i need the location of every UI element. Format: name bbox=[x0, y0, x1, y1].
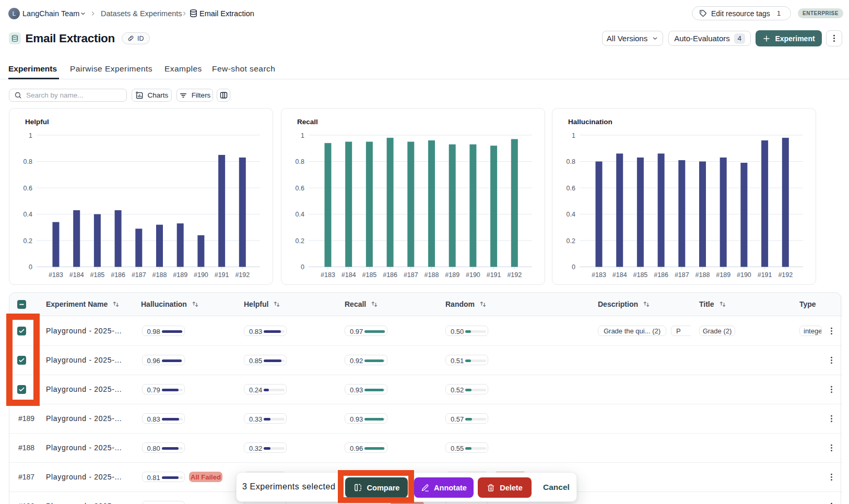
svg-text:1: 1 bbox=[29, 132, 32, 139]
svg-text:#189: #189 bbox=[173, 271, 187, 279]
svg-text:#190: #190 bbox=[194, 271, 208, 279]
svg-text:#188: #188 bbox=[152, 271, 167, 279]
svg-text:0.6: 0.6 bbox=[296, 185, 304, 192]
svg-text:#184: #184 bbox=[612, 271, 627, 279]
svg-text:0.2: 0.2 bbox=[567, 237, 575, 245]
svg-text:#184: #184 bbox=[341, 271, 356, 279]
svg-text:#188: #188 bbox=[695, 271, 710, 279]
svg-text:0.8: 0.8 bbox=[23, 158, 32, 165]
svg-text:0.8: 0.8 bbox=[296, 158, 304, 165]
svg-text:1: 1 bbox=[572, 132, 575, 139]
svg-text:#185: #185 bbox=[90, 271, 104, 279]
svg-text:0.4: 0.4 bbox=[23, 211, 32, 218]
svg-text:#183: #183 bbox=[321, 271, 335, 279]
svg-text:0: 0 bbox=[29, 263, 32, 271]
svg-text:1: 1 bbox=[301, 132, 304, 139]
svg-text:Helpful: Helpful bbox=[25, 118, 49, 126]
svg-text:#183: #183 bbox=[49, 271, 63, 279]
svg-text:#185: #185 bbox=[362, 271, 376, 279]
svg-text:#183: #183 bbox=[592, 271, 606, 279]
svg-text:#191: #191 bbox=[487, 271, 501, 279]
svg-text:#186: #186 bbox=[111, 271, 125, 279]
svg-text:#192: #192 bbox=[778, 271, 793, 279]
svg-text:0.6: 0.6 bbox=[567, 185, 575, 192]
svg-text:Recall: Recall bbox=[297, 118, 318, 126]
svg-text:0: 0 bbox=[572, 263, 575, 271]
svg-text:#192: #192 bbox=[235, 271, 250, 279]
svg-text:#191: #191 bbox=[215, 271, 229, 279]
svg-text:#184: #184 bbox=[69, 271, 84, 279]
svg-text:#188: #188 bbox=[424, 271, 439, 279]
svg-text:#192: #192 bbox=[507, 271, 522, 279]
svg-text:Hallucination: Hallucination bbox=[568, 118, 612, 126]
svg-text:#186: #186 bbox=[383, 271, 397, 279]
svg-text:#189: #189 bbox=[716, 271, 730, 279]
svg-text:#187: #187 bbox=[675, 271, 689, 279]
svg-text:0.8: 0.8 bbox=[567, 158, 575, 165]
svg-text:#186: #186 bbox=[654, 271, 668, 279]
svg-text:0.4: 0.4 bbox=[296, 211, 304, 218]
svg-text:#185: #185 bbox=[633, 271, 647, 279]
svg-text:0: 0 bbox=[301, 263, 304, 271]
svg-text:#187: #187 bbox=[132, 271, 146, 279]
svg-text:0.6: 0.6 bbox=[23, 185, 32, 192]
svg-text:0.2: 0.2 bbox=[23, 237, 32, 245]
svg-text:#190: #190 bbox=[737, 271, 751, 279]
svg-text:#191: #191 bbox=[758, 271, 772, 279]
svg-text:0.2: 0.2 bbox=[296, 237, 304, 245]
svg-text:#187: #187 bbox=[404, 271, 418, 279]
svg-text:#189: #189 bbox=[445, 271, 459, 279]
svg-text:#190: #190 bbox=[466, 271, 480, 279]
svg-text:0.4: 0.4 bbox=[567, 211, 575, 218]
